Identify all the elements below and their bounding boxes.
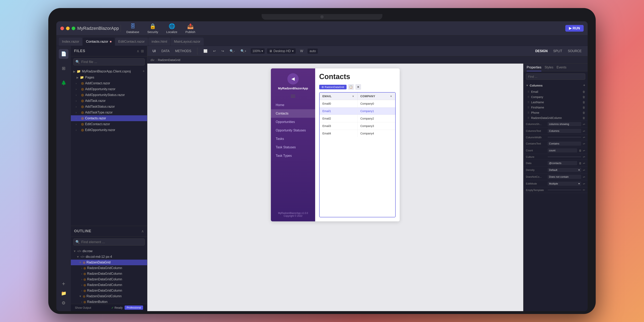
run-button[interactable]: ▶ RUN (565, 25, 584, 32)
tree-item-addtasktype[interactable]: › ◎ AddTaskType.razor (71, 110, 147, 115)
prop-columnwidth-value[interactable] (548, 137, 581, 138)
sidebar-icon-add[interactable]: + (59, 279, 68, 288)
security-button[interactable]: 🔒 Security (143, 22, 162, 35)
tree-item-addopportunity[interactable]: › ◎ AddOpportunity.razor (71, 86, 147, 92)
prop-doesnotco-link-icon[interactable]: ⇌ (583, 175, 585, 178)
nav-opportunities[interactable]: Opportunities (271, 118, 315, 126)
prop-editmode-value[interactable]: Multiple ▾ (548, 182, 581, 186)
col-item-company[interactable]: ⠿ Company 🗑 (524, 94, 588, 100)
outline-btn[interactable]: › ◎ RadzenButton (71, 299, 147, 304)
rp-tab-styles[interactable]: Styles (544, 66, 554, 71)
nav-home[interactable]: Home (271, 101, 315, 109)
nav-contacts[interactable]: Contacts (271, 109, 315, 118)
tree-item-contacts[interactable]: › ◎ Contacts.razor (71, 115, 147, 121)
localize-button[interactable]: 🌐 Localize (162, 22, 181, 35)
maximize-button[interactable] (72, 26, 75, 30)
outline-col4[interactable]: › ◎ RadzenDataGridColumn (71, 282, 147, 288)
col-item-email[interactable]: ⠿ Email 🗑 (524, 89, 588, 94)
del-email-btn[interactable]: 🗑 (582, 90, 585, 94)
sidebar-icon-settings[interactable]: ⚙ (59, 298, 68, 308)
nav-tasks[interactable]: Tasks (271, 135, 315, 143)
add-column-btn[interactable]: + (583, 83, 585, 88)
outline-col2[interactable]: › ◎ RadzenDataGridColumn (71, 271, 147, 276)
dt-monitor-icon[interactable]: ⬜ (202, 48, 210, 54)
grid-row-0[interactable]: Email0 Company0 (320, 100, 395, 108)
tree-item-addtask[interactable]: › ◎ AddTask.razor (71, 98, 147, 104)
prop-culture-link-icon[interactable]: ⇌ (583, 155, 585, 158)
prop-count-del-icon[interactable]: 🗑 (579, 149, 582, 152)
prop-data-link-icon[interactable]: ⇌ (583, 162, 585, 165)
col-item-lastname[interactable]: ⠿ LastName 🗑 (524, 100, 588, 105)
grid-row-1[interactable]: Email1 Company1 (320, 108, 395, 115)
prop-data-value[interactable]: @contacts (548, 161, 577, 165)
collapse-outline-icon[interactable]: ∧ (141, 229, 144, 234)
tree-item-addopportunitystatus[interactable]: › ◎ AddOpportunityStatus.razor (71, 92, 147, 98)
dt-redo-icon[interactable]: ↪ (219, 48, 226, 54)
del-lastname-btn[interactable]: 🗑 (582, 100, 585, 104)
prop-count-value[interactable]: count (548, 148, 577, 152)
tree-item-root[interactable]: ▶ 📁 MyRadzenBlazorApp.Client.csproj + (71, 68, 147, 74)
col-item-phone[interactable]: ⠿ Phone 🗑 (524, 110, 588, 115)
file-search-input[interactable] (81, 60, 142, 64)
dt-data-btn[interactable]: DATA (160, 48, 172, 54)
tab-index-razor[interactable]: Index.razor (59, 38, 82, 46)
outline-divrow[interactable]: ▼ </> div.row (71, 248, 147, 254)
dt-ui-btn[interactable]: UI (150, 48, 158, 54)
outline-search-input[interactable] (81, 240, 142, 244)
dt-methods-btn[interactable]: METHODS (173, 48, 193, 54)
grid-row-3[interactable]: Email3 Company3 (320, 122, 395, 130)
tab-index-html[interactable]: index.html (148, 38, 170, 46)
col-email-filter-icon[interactable]: ▼ (352, 95, 354, 98)
rp-tab-events[interactable]: Events (557, 66, 566, 71)
rp-tab-properties[interactable]: Properties (527, 66, 541, 71)
prop-columnssh-link-icon[interactable]: ⇌ (583, 122, 585, 126)
col-company-filter-icon[interactable]: ▼ (390, 95, 392, 98)
prop-culture-value[interactable] (548, 156, 581, 158)
prop-columnstext-value[interactable]: Columns (548, 129, 581, 133)
minimize-button[interactable] (66, 26, 70, 30)
close-button[interactable] (60, 26, 64, 30)
prop-columnwidth-link-icon[interactable]: ⇌ (583, 136, 585, 139)
outline-col3[interactable]: › ◎ RadzenDataGridColumn (71, 276, 147, 282)
prop-containstext-value[interactable]: Contains (548, 142, 581, 146)
prop-emptytemplate-edit-icon[interactable]: ✏ (583, 188, 585, 192)
col-item-extra[interactable]: ⠿ RadzenDataGridColumn 🗑 (524, 115, 588, 120)
add-icon[interactable]: + (142, 69, 145, 74)
prop-columnssh-value[interactable]: columns showing (548, 122, 581, 126)
dt-zoom-in-icon[interactable]: 🔍+ (238, 48, 248, 54)
sidebar-icon-folder[interactable]: 📁 (59, 288, 68, 298)
outline-divcol[interactable]: ▼ </> div.col-md-12 px-4 (71, 254, 147, 260)
tab-mainlayout-razor[interactable]: MainLayout.razor (171, 38, 204, 46)
sidebar-icon-tree[interactable]: 🌲 (59, 78, 68, 88)
del-phone-btn[interactable]: 🗑 (582, 111, 585, 114)
dt-undo-icon[interactable]: ↩ (211, 48, 218, 54)
prop-editmode-link-icon[interactable]: ⇌ (583, 182, 585, 185)
sidebar-icon-pages[interactable]: 📄 (59, 49, 68, 59)
prop-density-link-icon[interactable]: ⇌ (583, 168, 585, 172)
outline-col1[interactable]: › ◎ RadzenDataGridColumn (71, 265, 147, 271)
new-file-icon[interactable]: ⊞ (141, 49, 144, 53)
col-item-firstname[interactable]: ⠿ FirstName 🗑 (524, 105, 588, 110)
device-selector[interactable]: 🖥 Desktop HD ▾ (267, 48, 296, 54)
outline-col5[interactable]: › ◎ RadzenDataGridColumn (71, 288, 147, 294)
nav-opportunity-statuses[interactable]: Opportunity Statuses (271, 126, 315, 135)
col-header-company[interactable]: COMPANY ▼ (358, 92, 396, 100)
dt-source-tab[interactable]: SOURCE (565, 48, 584, 54)
database-button[interactable]: 🗄 Database (122, 22, 143, 35)
dt-design-tab[interactable]: DESIGN (532, 48, 550, 54)
grid-toolbar-btn1[interactable]: 📋 (348, 84, 354, 90)
columns-section-header[interactable]: ▼ Columns + (524, 82, 588, 89)
prop-containstext-link-icon[interactable]: ⇌ (583, 142, 585, 145)
hamburger-menu-icon[interactable] (291, 95, 295, 98)
grid-toolbar-btn2[interactable]: ✕ (356, 84, 361, 90)
prop-density-value[interactable]: Default ▾ (548, 168, 581, 172)
tree-item-pages[interactable]: ▶ 📁 Pages (71, 74, 147, 80)
tab-contacts-razor[interactable]: Contacts.razor (83, 38, 115, 46)
outline-radzendatagrid[interactable]: ▼ ◎ RadzenDataGrid (71, 260, 147, 265)
col-header-email[interactable]: EMAIL ▼ (320, 92, 358, 100)
outline-col6[interactable]: ▼ ◎ RadzenDataGridColumn (71, 294, 147, 299)
grid-row-2[interactable]: Email2 Company2 (320, 115, 395, 122)
tree-item-editopportunity[interactable]: › ◎ EditOpportunity.razor (71, 127, 147, 133)
tree-item-editcontact[interactable]: › ◎ EditContact.razor (71, 121, 147, 127)
tree-item-addtaskstatus[interactable]: › ◎ AddTaskStatus.razor (71, 104, 147, 110)
